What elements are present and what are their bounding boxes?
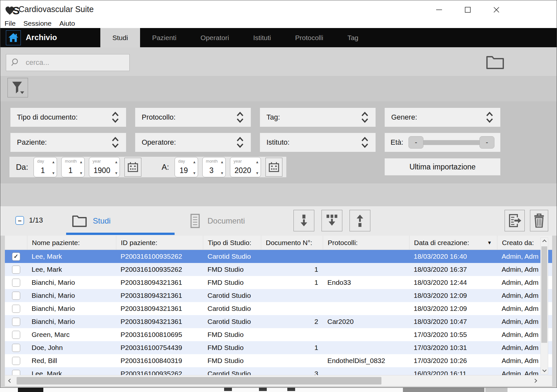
tab-tag[interactable]: Tag (335, 28, 370, 47)
spinner-arrows-icon[interactable]: ▲▼ (51, 160, 55, 175)
row-checkbox[interactable] (12, 305, 20, 313)
age-max-handle[interactable]: - (479, 136, 494, 149)
column-tipo-studio[interactable]: Tipo di Studio: (203, 236, 261, 250)
combo-label: Genere: (391, 113, 485, 122)
search-icon (11, 58, 21, 67)
vertical-scroll-thumb[interactable] (541, 246, 547, 343)
row-checkbox[interactable] (12, 266, 20, 274)
select-all-checkbox[interactable]: – (15, 216, 24, 225)
row-checkbox[interactable]: ✓ (12, 253, 20, 261)
row-checkbox[interactable] (12, 292, 20, 300)
filter-toolbar (0, 76, 557, 101)
scroll-left-icon[interactable] (9, 379, 12, 382)
open-archive-button[interactable] (485, 54, 505, 70)
combo-paziente[interactable]: Paziente: (10, 133, 126, 152)
spinner-arrows-icon[interactable]: ▲▼ (114, 160, 118, 175)
table-row[interactable]: Bianchi, Mario P200318094321361 Carotid … (5, 315, 552, 328)
date-from-day-spinner[interactable]: day 1 ▲▼ (34, 157, 57, 177)
date-from-year-spinner[interactable]: year 1900 ▲▼ (89, 157, 120, 177)
scroll-right-icon[interactable] (534, 379, 536, 382)
column-documento-n[interactable]: Documento N°: (261, 236, 323, 250)
home-button[interactable] (6, 30, 21, 45)
spinner-arrows-icon[interactable]: ▲▼ (79, 160, 83, 175)
cell-data-creazione: 18/03/2020 12:09 (409, 289, 497, 302)
spinner-arrows-icon[interactable]: ▲▼ (220, 160, 224, 175)
date-to-calendar-button[interactable] (265, 158, 282, 177)
age-min-handle[interactable]: - (408, 136, 423, 149)
maximize-button[interactable] (464, 6, 472, 14)
table-row[interactable]: Bianchi, Mario P200318094321361 FMD Stud… (5, 276, 552, 289)
column-data-creazione[interactable]: Data di creazione: ▼ (409, 236, 497, 250)
move-down-all-button[interactable] (321, 210, 342, 231)
search-row (0, 47, 557, 76)
table-row[interactable]: Doe, John P200316100754439 FMD Studio 1 … (5, 341, 552, 354)
menu-aiuto[interactable]: Aiuto (59, 20, 75, 27)
scroll-down-icon[interactable] (542, 368, 547, 372)
horizontal-scrollbar[interactable] (5, 375, 552, 386)
export-button[interactable] (505, 210, 525, 231)
cell-nome-paziente: Bianchi, Mario (27, 302, 116, 315)
row-checkbox[interactable] (12, 357, 20, 365)
calendar-icon (127, 161, 139, 173)
row-checkbox[interactable] (12, 370, 20, 375)
row-checkbox-cell (5, 263, 27, 276)
tab-studi[interactable]: Studi (100, 28, 140, 47)
combo-genere[interactable]: Genere: (385, 108, 500, 127)
date-from-month-spinner[interactable]: month 1 ▲▼ (61, 157, 85, 177)
sliver-block (485, 388, 507, 392)
date-to-month-spinner[interactable]: month 3 ▲▼ (202, 157, 226, 177)
combo-istituto[interactable]: Istituto: (260, 133, 376, 152)
column-id-paziente[interactable]: ID paziente: (116, 236, 203, 250)
filter-button[interactable] (7, 78, 28, 97)
cell-protocolli (323, 341, 409, 354)
date-range-strip: Da: day 1 ▲▼ month 1 ▲▼ year 1900 ▲▼ (9, 157, 286, 177)
last-import-button[interactable]: Ultima importazione (385, 158, 500, 175)
sort-desc-icon[interactable]: ▼ (487, 236, 492, 250)
tab-istituti[interactable]: Istituti (241, 28, 283, 47)
row-checkbox[interactable] (12, 344, 20, 352)
row-checkbox[interactable] (12, 318, 20, 326)
chevrons-updown-icon (485, 111, 494, 123)
move-up-button[interactable] (350, 210, 370, 231)
scroll-up-icon[interactable] (542, 240, 547, 244)
chevrons-updown-icon (111, 111, 120, 123)
table-row[interactable]: Lee, Mark P200316100935262 FMD Studio 1 … (5, 263, 552, 276)
spinner-unit-label: day (178, 159, 185, 164)
minimize-button[interactable] (435, 6, 443, 14)
date-to-day-spinner[interactable]: day 19 ▲▼ (175, 157, 198, 177)
spinner-arrows-icon[interactable]: ▲▼ (193, 160, 196, 175)
column-protocolli[interactable]: Protocolli: (323, 236, 409, 250)
table-row[interactable]: ✓ Lee, Mark P200316100935262 Carotid Stu… (5, 250, 552, 263)
cell-documento-n (261, 289, 323, 302)
combo-operatore[interactable]: Operatore: (135, 133, 251, 152)
combo-tipo-documento[interactable]: Tipo di documento: (10, 108, 126, 127)
row-checkbox[interactable] (12, 331, 20, 339)
date-to-year-spinner[interactable]: year 2020 ▲▼ (230, 157, 261, 177)
horizontal-scroll-thumb[interactable] (17, 377, 381, 385)
search-input[interactable] (26, 58, 123, 67)
spinner-arrows-icon[interactable]: ▲▼ (255, 160, 259, 175)
tab-operatori[interactable]: Operatori (189, 28, 241, 47)
table-row[interactable]: Bianchi, Mario P200318094321361 Carotid … (5, 289, 552, 302)
combo-tag[interactable]: Tag: (260, 108, 376, 127)
date-from-calendar-button[interactable] (124, 158, 141, 177)
close-button[interactable] (492, 6, 501, 14)
table-row[interactable]: Lee, Mark P200316100935262 Carotid Studi… (5, 367, 552, 375)
tab-protocolli[interactable]: Protocolli (283, 28, 335, 47)
table-row[interactable]: Green, Marc P200316100810695 FMD Studio … (5, 328, 552, 341)
vertical-scrollbar[interactable] (540, 238, 548, 374)
table-row[interactable]: Red, Bill P200316100840319 FMD Studio En… (5, 354, 552, 367)
results-tab-documenti[interactable]: Documenti (183, 206, 264, 236)
combo-protocollo[interactable]: Protocollo: (135, 108, 251, 127)
column-nome-paziente[interactable]: Nome paziente: (27, 236, 116, 250)
tab-pazienti[interactable]: Pazienti (140, 28, 189, 47)
cell-documento-n (261, 250, 323, 263)
delete-button[interactable] (530, 210, 548, 231)
menu-sessione[interactable]: Sessione (23, 20, 51, 27)
results-tab-studi[interactable]: Studi (66, 206, 175, 236)
table-row[interactable]: Bianchi, Mario P200318094321361 Carotid … (5, 302, 552, 315)
row-checkbox[interactable] (12, 279, 20, 287)
age-range-slider[interactable]: - - (408, 136, 494, 149)
move-down-one-button[interactable] (293, 210, 314, 231)
menu-file[interactable]: File (5, 20, 16, 27)
